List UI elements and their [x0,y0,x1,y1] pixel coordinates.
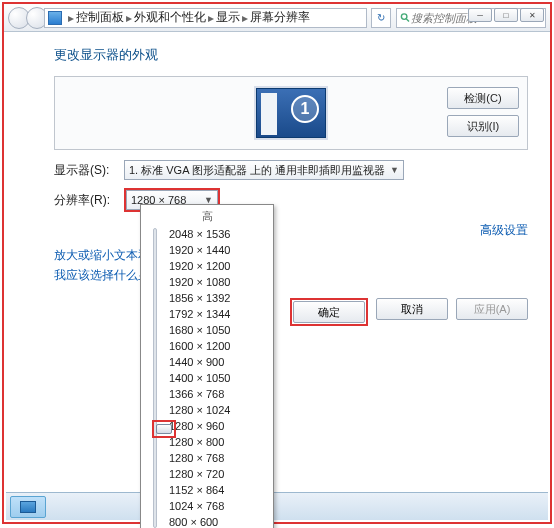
chevron-down-icon: ▼ [390,165,399,175]
resolution-option[interactable]: 1440 × 900 [169,354,269,370]
close-button[interactable]: ✕ [520,8,544,22]
breadcrumb-item[interactable]: 屏幕分辨率 [250,9,310,26]
control-panel-icon [48,11,62,25]
advanced-settings-link[interactable]: 高级设置 [54,222,528,239]
resolution-option[interactable]: 1280 × 768 [169,450,269,466]
taskbar-item-display[interactable] [10,496,46,518]
resolution-option[interactable]: 2048 × 1536 [169,226,269,242]
svg-point-0 [401,13,407,19]
ok-highlight: 确定 [290,298,368,326]
svg-line-1 [406,18,409,21]
resolution-option[interactable]: 800 × 600 [169,514,269,528]
cancel-button[interactable]: 取消 [376,298,448,320]
slider-thumb[interactable] [156,424,172,434]
zoom-text-link[interactable]: 放大或缩小文本和其他项目 [54,247,528,264]
resolution-option[interactable]: 1680 × 1050 [169,322,269,338]
display-select-value: 1. 标准 VGA 图形适配器 上的 通用非即插即用监视器 [129,163,385,178]
resolution-option[interactable]: 1280 × 800 [169,434,269,450]
slider-high-label: 高 [145,209,269,224]
resolution-option[interactable]: 1920 × 1440 [169,242,269,258]
apply-button[interactable]: 应用(A) [456,298,528,320]
taskbar [6,492,548,520]
which-settings-link[interactable]: 我应该选择什么显示器设置? [54,267,528,284]
resolution-option[interactable]: 1152 × 864 [169,482,269,498]
minimize-button[interactable]: ─ [468,8,492,22]
resolution-option[interactable]: 1280 × 1024 [169,402,269,418]
page-title: 更改显示器的外观 [54,46,528,64]
resolution-option[interactable]: 1600 × 1200 [169,338,269,354]
display-select[interactable]: 1. 标准 VGA 图形适配器 上的 通用非即插即用监视器 ▼ [124,160,404,180]
window-controls: ─ □ ✕ [468,8,544,22]
resolution-label: 分辨率(R): [54,192,124,209]
search-icon [400,12,411,24]
display-label: 显示器(S): [54,162,124,179]
resolution-option[interactable]: 1792 × 1344 [169,306,269,322]
resolution-list: 2048 × 15361920 × 14401920 × 12001920 × … [165,226,269,528]
resolution-option[interactable]: 1400 × 1050 [169,370,269,386]
breadcrumb-item[interactable]: 显示 [216,9,240,26]
resolution-option[interactable]: 1920 × 1200 [169,258,269,274]
resolution-dropdown: 高 2048 × 15361920 × 14401920 × 12001920 … [140,204,274,528]
chevron-right-icon: ▸ [66,11,76,25]
resolution-option[interactable]: 1280 × 720 [169,466,269,482]
resolution-slider[interactable] [145,226,165,528]
detect-button[interactable]: 检测(C) [447,87,519,109]
resolution-option[interactable]: 1024 × 768 [169,498,269,514]
ok-button[interactable]: 确定 [293,301,365,323]
breadcrumb-item[interactable]: 外观和个性化 [134,9,206,26]
breadcrumb[interactable]: ▸ 控制面板 ▸ 外观和个性化 ▸ 显示 ▸ 屏幕分辨率 [44,8,367,28]
monitor-screen-icon [261,93,277,135]
refresh-button[interactable]: ↻ [371,8,391,28]
maximize-button[interactable]: □ [494,8,518,22]
chevron-right-icon: ▸ [206,11,216,25]
identify-button[interactable]: 识别(I) [447,115,519,137]
monitor-preview: 1 检测(C) 识别(I) [54,76,528,150]
resolution-option[interactable]: 1280 × 960 [169,418,269,434]
monitor-thumbnail[interactable]: 1 [256,88,326,138]
chevron-right-icon: ▸ [240,11,250,25]
display-icon [20,501,36,513]
resolution-option[interactable]: 1920 × 1080 [169,274,269,290]
monitor-number: 1 [291,95,319,123]
breadcrumb-item[interactable]: 控制面板 [76,9,124,26]
chevron-right-icon: ▸ [124,11,134,25]
resolution-option[interactable]: 1366 × 768 [169,386,269,402]
resolution-option[interactable]: 1856 × 1392 [169,290,269,306]
